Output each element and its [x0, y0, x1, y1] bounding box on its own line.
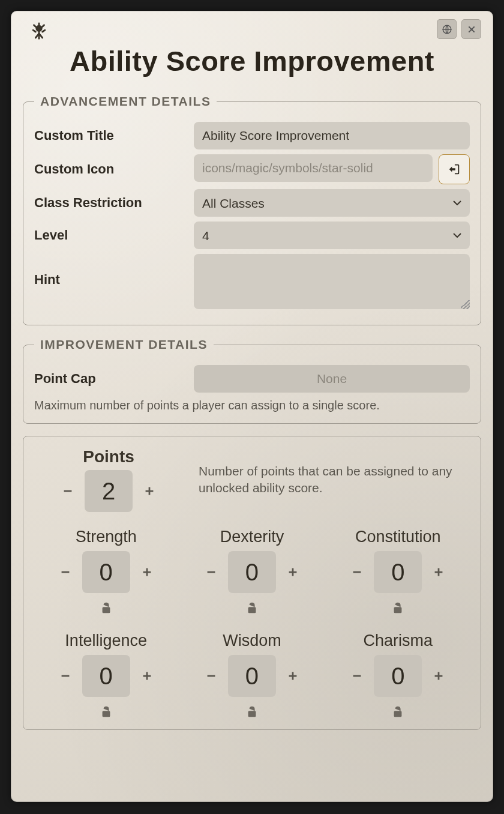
- point-cap-input[interactable]: [194, 365, 470, 393]
- ability-dexterity: Dexterity: [181, 528, 322, 615]
- svg-rect-3: [248, 607, 256, 613]
- unlock-icon[interactable]: [181, 705, 322, 719]
- page-title: Ability Score Improvement: [23, 44, 481, 77]
- ability-constitution: Constitution: [328, 528, 469, 615]
- level-label: Level: [34, 228, 184, 243]
- ability-scores-panel: Points Number of points that can be assi…: [23, 436, 481, 730]
- wisdom-decrement[interactable]: [199, 663, 223, 689]
- close-button[interactable]: [461, 19, 481, 39]
- advancement-legend: ADVANCEMENT DETAILS: [34, 94, 217, 109]
- unlock-icon[interactable]: [181, 601, 322, 615]
- custom-icon-input[interactable]: [194, 154, 433, 182]
- points-increment[interactable]: [137, 478, 161, 504]
- strength-increment[interactable]: [135, 559, 159, 585]
- strength-input[interactable]: [82, 551, 130, 593]
- unlock-icon[interactable]: [328, 601, 469, 615]
- ability-label: Strength: [35, 528, 176, 546]
- intelligence-input[interactable]: [82, 655, 130, 697]
- points-label: Points: [35, 447, 182, 466]
- ability-label: Charisma: [328, 632, 469, 650]
- ability-strength: Strength: [35, 528, 176, 615]
- ability-intelligence: Intelligence: [35, 632, 176, 719]
- point-cap-label: Point Cap: [34, 371, 184, 387]
- advancement-icon: [29, 22, 49, 44]
- ability-label: Wisdom: [181, 632, 322, 650]
- svg-rect-5: [102, 711, 110, 717]
- svg-rect-4: [394, 607, 402, 613]
- unlock-icon[interactable]: [328, 705, 469, 719]
- custom-title-label: Custom Title: [34, 128, 184, 143]
- dexterity-input[interactable]: [228, 551, 276, 593]
- intelligence-decrement[interactable]: [53, 663, 77, 689]
- constitution-increment[interactable]: [427, 559, 451, 585]
- ability-wisdom: Wisdom: [181, 632, 322, 719]
- strength-decrement[interactable]: [53, 559, 77, 585]
- constitution-input[interactable]: [374, 551, 422, 593]
- points-note: Number of points that can be assigned to…: [199, 463, 469, 497]
- charisma-decrement[interactable]: [345, 663, 369, 689]
- points-decrement[interactable]: [56, 478, 80, 504]
- class-restriction-select[interactable]: All Classes: [194, 189, 470, 217]
- ability-label: Intelligence: [35, 632, 176, 650]
- dexterity-decrement[interactable]: [199, 559, 223, 585]
- class-restriction-label: Class Restriction: [34, 195, 184, 211]
- browse-icon-button[interactable]: [439, 154, 470, 184]
- intelligence-increment[interactable]: [135, 663, 159, 689]
- hint-label: Hint: [34, 254, 184, 288]
- wisdom-input[interactable]: [228, 655, 276, 697]
- info-button[interactable]: [437, 19, 457, 39]
- point-cap-note: Maximum number of points a player can as…: [34, 399, 470, 412]
- dexterity-increment[interactable]: [281, 559, 305, 585]
- ability-charisma: Charisma: [328, 632, 469, 719]
- custom-title-input[interactable]: [194, 122, 470, 149]
- unlock-icon[interactable]: [35, 705, 176, 719]
- svg-rect-7: [394, 711, 402, 717]
- wisdom-increment[interactable]: [281, 663, 305, 689]
- advancement-details: ADVANCEMENT DETAILS Custom Title Custom …: [23, 94, 481, 325]
- svg-rect-2: [102, 607, 110, 613]
- charisma-input[interactable]: [374, 655, 422, 697]
- hint-input[interactable]: [194, 254, 470, 309]
- improvement-legend: IMPROVEMENT DETAILS: [34, 337, 214, 352]
- ability-label: Constitution: [328, 528, 469, 546]
- svg-rect-6: [248, 711, 256, 717]
- advancement-config-window: Ability Score Improvement ADVANCEMENT DE…: [11, 11, 493, 802]
- constitution-decrement[interactable]: [345, 559, 369, 585]
- improvement-details: IMPROVEMENT DETAILS Point Cap Maximum nu…: [23, 337, 481, 424]
- charisma-increment[interactable]: [427, 663, 451, 689]
- custom-icon-label: Custom Icon: [34, 161, 184, 177]
- points-input[interactable]: [85, 470, 133, 512]
- ability-label: Dexterity: [181, 528, 322, 546]
- level-select[interactable]: 4: [194, 222, 470, 249]
- unlock-icon[interactable]: [35, 601, 176, 615]
